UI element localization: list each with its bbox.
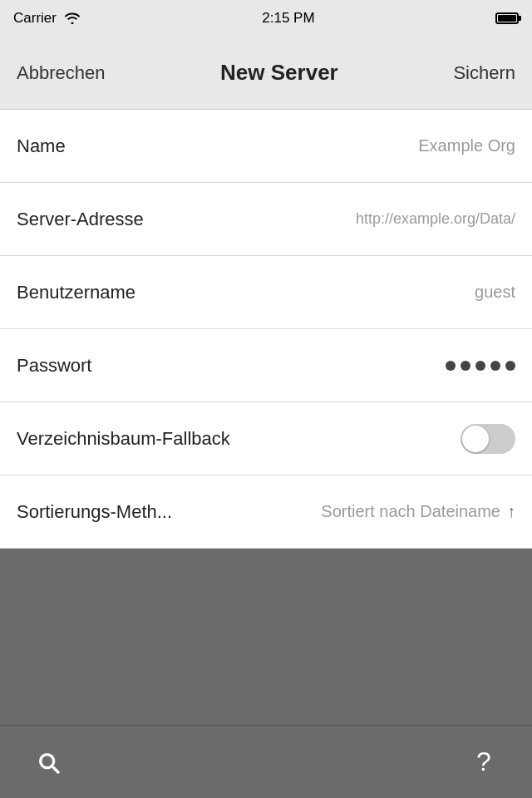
bottom-toolbar: ?: [0, 725, 532, 798]
name-row[interactable]: Name Example Org: [0, 110, 532, 183]
save-button[interactable]: Sichern: [453, 62, 515, 84]
dot-4: [490, 361, 500, 371]
help-button[interactable]: ?: [466, 744, 502, 781]
status-left: Carrier: [13, 10, 81, 27]
dot-1: [446, 361, 456, 371]
status-right: [495, 12, 519, 24]
sort-row[interactable]: Sortierungs-Meth... Sortiert nach Datein…: [0, 475, 532, 549]
help-icon: ?: [476, 746, 491, 777]
fallback-label: Verzeichnisbaum-Fallback: [17, 428, 230, 450]
dot-5: [505, 361, 515, 371]
password-label: Passwort: [17, 355, 91, 377]
cancel-button[interactable]: Abbrechen: [17, 62, 105, 84]
status-bar: Carrier 2:15 PM: [0, 0, 532, 37]
search-icon: [35, 749, 62, 776]
nav-bar: Abbrechen New Server Sichern: [0, 37, 532, 110]
wifi-icon: [63, 11, 81, 27]
battery-icon: [495, 12, 519, 24]
server-address-value: http://example.org/Data/: [356, 210, 515, 228]
status-time: 2:15 PM: [262, 10, 314, 27]
search-button[interactable]: [30, 744, 66, 781]
sort-value-text: Sortiert nach Dateiname: [321, 502, 500, 521]
password-dots: [446, 361, 515, 371]
toggle-knob: [462, 426, 489, 452]
dot-3: [475, 361, 485, 371]
name-value: Example Org: [418, 136, 515, 155]
name-label: Name: [17, 135, 66, 157]
sort-value-container: Sortiert nach Dateiname ↑: [321, 502, 515, 521]
dot-2: [461, 361, 470, 371]
sort-arrow-icon: ↑: [507, 502, 515, 521]
carrier-label: Carrier: [13, 10, 57, 27]
nav-title: New Server: [220, 60, 338, 86]
password-row[interactable]: Passwort: [0, 329, 532, 402]
server-address-row[interactable]: Server-Adresse http://example.org/Data/: [0, 183, 532, 256]
server-address-label: Server-Adresse: [17, 209, 144, 230]
username-value: guest: [475, 283, 515, 302]
username-label: Benutzername: [17, 282, 135, 303]
fallback-row[interactable]: Verzeichnisbaum-Fallback: [0, 402, 532, 475]
sort-label: Sortierungs-Meth...: [17, 501, 172, 523]
username-row[interactable]: Benutzername guest: [0, 256, 532, 329]
fallback-toggle[interactable]: [461, 424, 515, 454]
form-list: Name Example Org Server-Adresse http://e…: [0, 110, 532, 549]
